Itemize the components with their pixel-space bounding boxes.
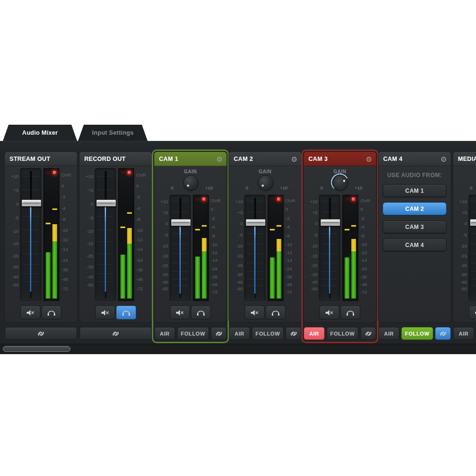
mute-button[interactable] <box>245 306 265 319</box>
meter-scale-label: OVR <box>360 198 376 203</box>
air-button[interactable]: AIR <box>378 327 399 340</box>
meter-bar-left <box>270 204 275 298</box>
follow-button[interactable]: FOLLOW <box>252 327 284 340</box>
use-audio-option-cam-2[interactable]: CAM 2 <box>383 202 446 215</box>
tab-audio-mixer[interactable]: Audio Mixer <box>3 125 77 141</box>
gain-section: GAIN0+10 <box>456 167 476 194</box>
mute-button[interactable] <box>95 306 115 319</box>
channel-cam-2: CAM 2⚙GAIN0+10+10+50-5-10-15-25-30-40-60… <box>229 152 301 340</box>
scrollbar-thumb[interactable] <box>3 346 70 352</box>
fader-track[interactable] <box>169 195 191 301</box>
fader-track[interactable] <box>244 195 266 301</box>
monitor-button[interactable] <box>41 306 61 319</box>
fader-scale-label: -60 <box>82 282 93 287</box>
channel-media: MEDIA⚙GAIN0+10+10+50-5-10-15-25-30-40-60… <box>453 152 476 340</box>
gain-min-label: 0 <box>470 185 472 190</box>
meter-scale-label: -4 <box>286 224 301 229</box>
fader-handle[interactable] <box>470 219 476 226</box>
fader-scale-label: -30 <box>7 264 19 269</box>
gear-icon[interactable]: ⚙ <box>366 156 372 163</box>
channel-button-row <box>5 327 77 340</box>
link-button[interactable] <box>211 327 227 340</box>
air-button[interactable]: AIR <box>229 327 250 340</box>
link-button[interactable] <box>79 327 152 340</box>
gear-icon[interactable]: ⚙ <box>217 156 223 163</box>
mute-button[interactable] <box>170 306 190 319</box>
meter-scale-label: -72 <box>61 286 77 291</box>
fader-handle[interactable] <box>246 219 266 226</box>
air-button[interactable]: AIR <box>154 327 175 340</box>
meter-scale-label: -10 <box>360 242 376 247</box>
gain-label: GAIN <box>306 169 374 174</box>
gain-min-label: 0 <box>246 185 248 190</box>
link-button[interactable] <box>286 327 301 340</box>
meter-bar-left <box>120 177 125 298</box>
fader-scale-label: -15 <box>306 253 317 258</box>
fader-track[interactable] <box>20 168 41 301</box>
monitor-button[interactable] <box>191 306 211 319</box>
fader-scale-label: -25 <box>82 253 93 258</box>
meter-scale-label: -36 <box>61 267 77 272</box>
fader-scale-label: -5 <box>157 232 168 237</box>
fader-handle[interactable] <box>21 199 41 207</box>
follow-button[interactable]: FOLLOW <box>327 327 358 340</box>
fader-scale-label: -25 <box>7 253 19 258</box>
fader-tick <box>471 285 476 286</box>
gain-knob[interactable] <box>183 175 198 190</box>
mute-speaker-icon <box>100 309 110 316</box>
gain-max-label: +10 <box>205 185 213 190</box>
meter-bar-right <box>277 204 281 298</box>
fader-tick <box>471 253 476 254</box>
channel-body: USE AUDIO FROM:CAM 1CAM 2CAM 3CAM 4 <box>378 166 451 322</box>
use-audio-title: USE AUDIO FROM: <box>381 172 448 178</box>
fader-scale-label: 0 <box>456 221 467 226</box>
gain-knob[interactable] <box>258 175 273 190</box>
link-button[interactable] <box>435 327 451 340</box>
horizontal-scrollbar[interactable] <box>0 344 476 354</box>
gain-min-label: 0 <box>320 185 323 190</box>
fader-scale-label: -5 <box>82 215 93 220</box>
air-button[interactable]: AIR <box>453 327 474 340</box>
follow-button[interactable]: FOLLOW <box>401 327 433 340</box>
meter-scale-label: -72 <box>286 289 301 295</box>
fader-track[interactable] <box>95 168 116 301</box>
mute-button[interactable] <box>469 306 476 319</box>
audio-mixer-window: Audio Mixer Input Settings STREAM OUT+10… <box>0 0 476 476</box>
channel-small-controls <box>456 305 476 320</box>
fader-track[interactable] <box>319 195 340 301</box>
monitor-button[interactable] <box>116 306 136 319</box>
fader-handle[interactable] <box>171 219 191 226</box>
tab-input-settings[interactable]: Input Settings <box>78 125 148 141</box>
use-audio-option-cam-3[interactable]: CAM 3 <box>383 220 446 233</box>
gain-label: GAIN <box>157 169 224 174</box>
channel-strip: RECORD OUT+10+50-5-10-15-25-30-40-60OVR0… <box>79 152 152 322</box>
link-button[interactable] <box>5 327 77 340</box>
meter-scale-label: -12 <box>360 249 376 255</box>
meter-yellow-segment <box>52 224 57 241</box>
monitor-button[interactable] <box>266 306 286 319</box>
use-audio-option-cam-4[interactable]: CAM 4 <box>383 238 446 251</box>
meter-green-segment <box>345 258 349 298</box>
fader-handle[interactable] <box>96 199 116 207</box>
link-icon <box>214 330 224 337</box>
monitor-button[interactable] <box>340 306 360 319</box>
follow-button[interactable]: FOLLOW <box>177 327 209 340</box>
meter-scale-label: OVR <box>211 198 227 203</box>
fader-handle[interactable] <box>320 219 340 226</box>
fader-tick <box>471 263 476 263</box>
air-button[interactable]: AIR <box>304 327 325 340</box>
fader-scale-label: -30 <box>231 272 243 277</box>
fader-track[interactable] <box>468 195 476 301</box>
gear-icon[interactable]: ⚙ <box>441 156 447 163</box>
channel-button-row: AIRFOLLOW <box>154 327 227 340</box>
mute-button[interactable] <box>20 306 40 319</box>
meter-scale-label: -14 <box>360 257 376 262</box>
meter-green-segment <box>202 251 207 299</box>
mute-speaker-icon <box>175 309 185 316</box>
link-button[interactable] <box>360 327 376 340</box>
gain-knob[interactable] <box>333 175 348 190</box>
meter-scale-label: -48 <box>211 281 227 287</box>
gear-icon[interactable]: ⚙ <box>291 156 298 163</box>
use-audio-option-cam-1[interactable]: CAM 1 <box>383 184 446 197</box>
mute-button[interactable] <box>319 306 339 319</box>
